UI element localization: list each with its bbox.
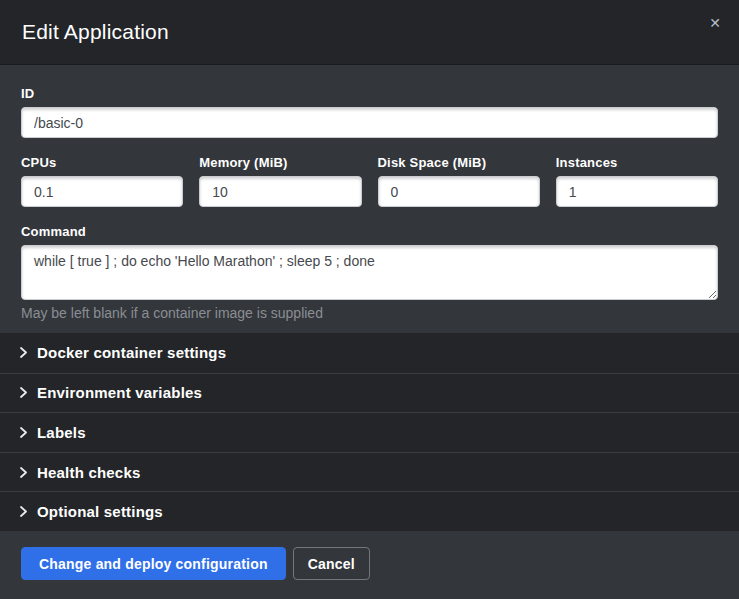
change-and-deploy-button[interactable]: Change and deploy configuration: [21, 547, 286, 580]
instances-field-group: Instances: [556, 155, 718, 207]
section-label: Environment variables: [37, 384, 202, 401]
chevron-right-icon: [18, 506, 29, 517]
section-environment-variables[interactable]: Environment variables: [0, 373, 739, 413]
command-label: Command: [21, 224, 718, 239]
cpus-field-group: CPUs: [21, 155, 183, 207]
instances-label: Instances: [556, 155, 718, 170]
chevron-right-icon: [18, 347, 29, 358]
chevron-right-icon: [18, 427, 29, 438]
command-help-text: May be left blank if a container image i…: [21, 305, 718, 321]
section-docker-container-settings[interactable]: Docker container settings: [0, 333, 739, 373]
application-form: ID CPUs Memory (MiB) Disk Space (MiB) In…: [0, 65, 739, 333]
chevron-right-icon: [18, 387, 29, 398]
edit-application-modal: Edit Application ✕ ID CPUs Memory (MiB) …: [0, 0, 739, 599]
command-textarea[interactable]: while [ true ] ; do echo 'Hello Marathon…: [21, 245, 718, 300]
id-label: ID: [21, 86, 718, 101]
section-optional-settings[interactable]: Optional settings: [0, 491, 739, 531]
section-label: Docker container settings: [37, 344, 226, 361]
section-label: Health checks: [37, 464, 140, 481]
disk-field-group: Disk Space (MiB): [378, 155, 540, 207]
section-health-checks[interactable]: Health checks: [0, 452, 739, 492]
disk-input[interactable]: [378, 176, 540, 207]
id-field-group: ID: [21, 86, 718, 138]
instances-input[interactable]: [556, 176, 718, 207]
modal-header: Edit Application ✕: [0, 0, 739, 65]
disk-label: Disk Space (MiB): [378, 155, 540, 170]
resources-row: CPUs Memory (MiB) Disk Space (MiB) Insta…: [21, 155, 718, 207]
command-field-group: Command while [ true ] ; do echo 'Hello …: [21, 224, 718, 321]
memory-field-group: Memory (MiB): [199, 155, 361, 207]
modal-title: Edit Application: [22, 20, 169, 44]
section-label: Labels: [37, 424, 86, 441]
memory-label: Memory (MiB): [199, 155, 361, 170]
cpus-input[interactable]: [21, 176, 183, 207]
id-input[interactable]: [21, 107, 718, 138]
cpus-label: CPUs: [21, 155, 183, 170]
cancel-button[interactable]: Cancel: [293, 547, 370, 580]
memory-input[interactable]: [199, 176, 361, 207]
chevron-right-icon: [18, 467, 29, 478]
section-label: Optional settings: [37, 503, 163, 520]
collapsible-sections: Docker container settings Environment va…: [0, 333, 739, 531]
close-icon[interactable]: ✕: [704, 12, 726, 34]
modal-footer: Change and deploy configuration Cancel: [0, 531, 739, 599]
section-labels[interactable]: Labels: [0, 412, 739, 452]
